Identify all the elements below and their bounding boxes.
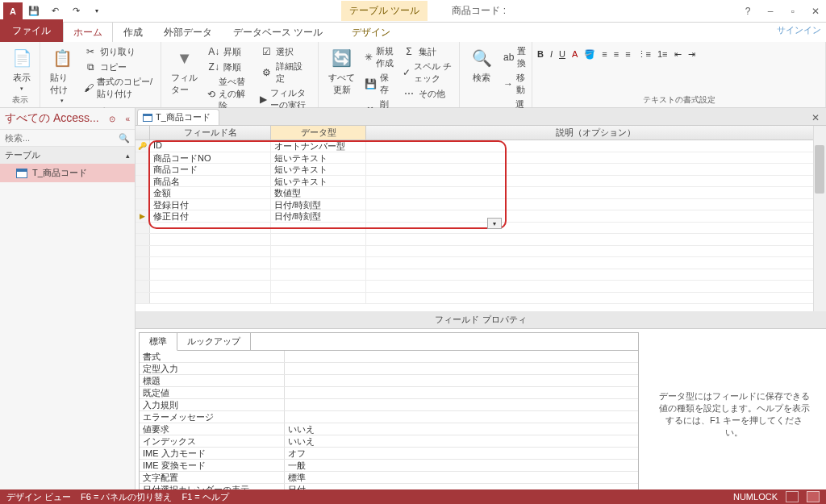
data-type-cell[interactable]: 日付/時刻型	[271, 210, 366, 222]
filter-button[interactable]: ▼フィルター	[166, 44, 202, 98]
numbering-button[interactable]: 1≡	[657, 49, 668, 59]
field-row[interactable]: 登録日付日付/時刻型	[136, 199, 826, 211]
align-left-button[interactable]: ≡	[602, 49, 607, 59]
property-row[interactable]: IME 入力モードオフ	[140, 448, 638, 460]
tab-design[interactable]: デザイン	[341, 22, 401, 42]
property-value[interactable]	[285, 399, 638, 410]
description-cell[interactable]	[366, 140, 826, 152]
field-row[interactable]: 🔑IDオートナンバー型	[136, 140, 826, 152]
property-value[interactable]	[285, 363, 638, 374]
document-tab[interactable]: T_商品コード	[137, 109, 219, 125]
prop-tab-general[interactable]: 標準	[140, 333, 177, 351]
tab-dbtools[interactable]: データベース ツール	[223, 22, 333, 42]
design-grid[interactable]: フィールド名 データ型 説明（オプション） 🔑IDオートナンバー型商品コードNO…	[136, 126, 826, 311]
totals-button[interactable]: Σ集計	[401, 44, 454, 59]
empty-row[interactable]	[136, 257, 826, 269]
more-records-button[interactable]: ⋯その他	[401, 86, 454, 101]
description-cell[interactable]	[366, 164, 826, 175]
goto-button[interactable]: →移動	[502, 71, 530, 97]
signin-link[interactable]: サインイン	[777, 24, 821, 36]
description-cell[interactable]	[366, 176, 826, 187]
empty-row[interactable]	[136, 234, 826, 246]
view-datasheet-icon[interactable]	[786, 491, 799, 502]
data-type-cell[interactable]: 短いテキスト	[271, 164, 366, 175]
property-value[interactable]: 一般	[285, 460, 638, 471]
find-button[interactable]: 🔍検索	[465, 44, 499, 85]
property-value[interactable]: オフ	[285, 448, 638, 459]
copy-button[interactable]: ⧉コピー	[82, 60, 156, 74]
italic-button[interactable]: I	[550, 49, 553, 59]
replace-button[interactable]: ab置換	[502, 44, 530, 70]
minimize-button[interactable]: –	[763, 6, 778, 17]
restore-button[interactable]: ▫	[786, 6, 800, 17]
close-button[interactable]: ✕	[808, 6, 823, 17]
property-value[interactable]	[285, 351, 638, 362]
property-row[interactable]: 定型入力	[140, 363, 638, 375]
fill-color-button[interactable]: 🪣	[584, 49, 595, 60]
property-value[interactable]	[285, 411, 638, 423]
property-row[interactable]: エラーメッセージ	[140, 411, 638, 423]
empty-row[interactable]	[136, 281, 826, 293]
redo-qat-button[interactable]: ↷	[66, 2, 86, 20]
field-name-cell[interactable]: ID	[150, 140, 271, 152]
nav-header[interactable]: すべての Access...⊙«	[0, 108, 135, 130]
description-cell[interactable]	[366, 199, 826, 210]
align-right-button[interactable]: ≡	[625, 49, 630, 59]
empty-row[interactable]	[136, 293, 826, 305]
field-name-cell[interactable]: 商品コード	[150, 164, 271, 175]
cut-button[interactable]: ✂切り取り	[82, 44, 156, 59]
field-row[interactable]: 金額数値型	[136, 187, 826, 199]
property-value[interactable]: いいえ	[285, 435, 638, 447]
save-qat-button[interactable]: 💾	[24, 2, 44, 20]
field-name-cell[interactable]: 商品名	[150, 176, 271, 187]
doc-close-icon[interactable]: ✕	[807, 110, 824, 125]
field-row[interactable]: 商品コード短いテキスト	[136, 164, 826, 176]
property-value[interactable]: いいえ	[285, 423, 638, 435]
description-cell[interactable]	[366, 210, 826, 222]
sort-clear-button[interactable]: ⟲並べ替えの解除	[206, 75, 255, 113]
field-name-cell[interactable]: 金額	[150, 187, 271, 198]
empty-row[interactable]	[136, 223, 826, 235]
tab-home[interactable]: ホーム	[63, 22, 113, 42]
property-row[interactable]: 入力規則	[140, 399, 638, 411]
sort-desc-button[interactable]: Z↓降順	[206, 60, 255, 74]
data-type-cell[interactable]: 短いテキスト	[271, 152, 366, 164]
nav-search[interactable]: 🔍	[0, 130, 135, 147]
property-row[interactable]: 標題	[140, 375, 638, 387]
indent-dec-button[interactable]: ⇤	[674, 49, 682, 60]
empty-row[interactable]	[136, 269, 826, 281]
description-cell[interactable]	[366, 152, 826, 164]
datatype-dropdown-arrow[interactable]: ▾	[487, 218, 502, 229]
filter-advanced-button[interactable]: ⚙詳細設定	[258, 60, 313, 85]
data-type-cell[interactable]: 日付/時刻型	[271, 199, 366, 210]
property-row[interactable]: 書式	[140, 351, 638, 363]
col-field-name[interactable]: フィールド名	[150, 126, 271, 140]
property-value[interactable]	[285, 387, 638, 398]
underline-button[interactable]: U	[559, 49, 565, 59]
search-input[interactable]	[3, 131, 119, 144]
data-type-cell[interactable]: 短いテキスト	[271, 176, 366, 187]
data-type-cell[interactable]: 数値型	[271, 187, 366, 198]
view-button[interactable]: 📄表示▾	[5, 44, 39, 94]
help-button[interactable]: ?	[740, 6, 755, 17]
sort-asc-button[interactable]: A↓昇順	[206, 44, 255, 59]
property-row[interactable]: 文字配置標準	[140, 472, 638, 484]
font-color-button[interactable]: A	[572, 49, 578, 59]
col-description[interactable]: 説明（オプション）	[366, 126, 826, 140]
property-value[interactable]: 標準	[285, 472, 638, 483]
new-record-button[interactable]: ✳新規作成	[363, 44, 398, 70]
tab-file[interactable]: ファイル	[0, 19, 63, 42]
access-app-icon[interactable]: A	[3, 2, 23, 20]
tab-external[interactable]: 外部データ	[153, 22, 223, 42]
field-name-cell[interactable]: 修正日付	[150, 210, 271, 222]
property-row[interactable]: IME 変換モード一般	[140, 460, 638, 472]
qat-customize[interactable]: ▾	[87, 2, 106, 20]
search-icon[interactable]: 🔍	[119, 133, 131, 144]
sidebar-item-table[interactable]: T_商品コード	[0, 164, 135, 182]
indent-inc-button[interactable]: ⇥	[688, 49, 695, 60]
description-cell[interactable]	[366, 187, 826, 198]
format-painter-button[interactable]: 🖌書式のコピー/貼り付け	[82, 75, 156, 101]
save-record-button[interactable]: 💾保存	[363, 71, 398, 97]
refresh-all-button[interactable]: 🔄すべて 更新	[323, 44, 360, 98]
property-row[interactable]: 既定値	[140, 387, 638, 399]
